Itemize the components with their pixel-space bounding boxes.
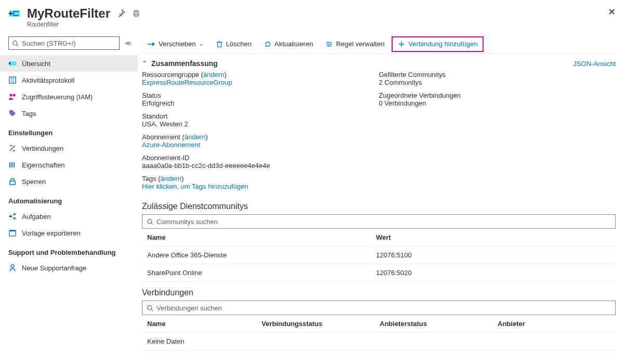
search-icon	[12, 40, 19, 47]
svg-rect-29	[217, 42, 221, 47]
status-value: Erfolgreich	[142, 99, 379, 107]
resource-icon	[8, 7, 21, 20]
svg-point-21	[14, 217, 16, 219]
svg-point-37	[330, 43, 331, 45]
connections-table: Name Verbindungsstatus Anbieterstatus An…	[142, 315, 616, 350]
change-sub-link[interactable]: ändern	[185, 133, 205, 141]
close-icon[interactable]: ✕	[608, 6, 616, 18]
sidebar-item-connections[interactable]: Verbindungen	[0, 140, 138, 157]
sidebar-section-automation: Automatisierung	[0, 190, 138, 208]
json-view-link[interactable]: JSON-Ansicht	[573, 60, 616, 68]
svg-point-20	[14, 213, 16, 215]
move-button[interactable]: Verschieben ⌄	[142, 36, 209, 52]
svg-line-42	[151, 223, 153, 224]
sidebar-item-properties[interactable]: Eigenschaften	[0, 157, 138, 173]
tasks-icon	[8, 212, 17, 220]
change-rg-link[interactable]: ändern	[203, 71, 224, 79]
delete-button[interactable]: Löschen	[211, 36, 257, 52]
refresh-icon	[264, 41, 271, 48]
filtered-communities-value: 2 Communitys	[379, 79, 616, 86]
sidebar-item-export-template[interactable]: Vorlage exportieren	[0, 225, 138, 241]
connections-heading: Verbindungen	[142, 288, 616, 297]
plus-icon	[398, 41, 405, 48]
svg-marker-28	[152, 42, 155, 46]
page-subtitle: Routenfilter	[27, 21, 110, 28]
lock-icon	[8, 177, 17, 186]
add-connection-button[interactable]: Verbindung hinzufügen	[392, 36, 484, 52]
collapse-sidebar-icon[interactable]: ≪	[125, 40, 132, 47]
svg-line-23	[11, 216, 14, 218]
associated-connections-value: 0 Verbindungen	[379, 99, 616, 107]
svg-point-5	[13, 41, 17, 45]
activity-log-icon	[8, 76, 17, 84]
print-icon[interactable]	[132, 9, 140, 18]
resource-group-link[interactable]: ExpressRouteResourceGroup	[142, 79, 379, 86]
svg-line-6	[17, 44, 18, 46]
communities-heading: Zulässige Dienstcommunitys	[142, 202, 616, 211]
support-icon	[8, 264, 17, 272]
refresh-button[interactable]: Aktualisieren	[259, 36, 318, 52]
svg-point-41	[148, 219, 152, 223]
add-tags-link[interactable]: Hier klicken, um Tags hinzuzufügen	[142, 183, 379, 190]
change-tags-link[interactable]: ändern	[160, 175, 181, 183]
chevron-down-icon: ⌄	[199, 41, 203, 47]
svg-point-13	[10, 94, 12, 97]
sidebar-item-locks[interactable]: Sperren	[0, 173, 138, 190]
chevron-up-icon: ⌃	[142, 60, 147, 67]
svg-point-43	[148, 305, 152, 309]
iam-icon	[8, 93, 17, 101]
pin-icon[interactable]	[118, 9, 126, 18]
resource-small-icon	[8, 59, 17, 68]
svg-point-14	[13, 94, 16, 97]
communities-search-input[interactable]: Communitys suchen	[142, 214, 616, 229]
sidebar-item-support-request[interactable]: Neue Supportanfrage	[0, 259, 138, 276]
sidebar-search-input[interactable]: Suchen (STRG+/)	[8, 36, 120, 50]
page-title: MyRouteFilter	[27, 6, 110, 21]
tag-icon	[8, 109, 17, 118]
svg-point-38	[328, 45, 330, 47]
properties-icon	[8, 161, 17, 169]
table-row-empty: Keine Daten	[142, 333, 616, 350]
table-row[interactable]: SharePoint Online 12076:5020	[142, 264, 616, 282]
main-content: Verschieben ⌄ Löschen Aktualisieren Rege…	[138, 34, 624, 361]
connections-icon	[8, 144, 17, 152]
svg-point-36	[327, 42, 329, 43]
summary-header[interactable]: ⌃ Zusammenfassung JSON-Ansicht	[138, 54, 616, 71]
communities-table: Name Wert Andere Office 365-Dienste 1207…	[142, 229, 616, 282]
location-value: USA, Westen 2	[142, 120, 379, 128]
svg-rect-3	[135, 10, 138, 12]
sidebar-section-settings: Einstellungen	[0, 122, 138, 140]
connections-search-input[interactable]: Verbindungen suchen	[142, 301, 616, 315]
svg-rect-25	[9, 230, 16, 231]
svg-rect-18	[10, 181, 15, 185]
svg-line-44	[151, 309, 153, 310]
sidebar-item-activity-log[interactable]: Aktivitätsprotokoll	[0, 72, 138, 88]
svg-point-26	[11, 265, 14, 268]
sidebar-item-tasks[interactable]: Aufgaben	[0, 208, 138, 225]
manage-rule-button[interactable]: Regel verwalten	[320, 36, 389, 52]
sidebar-section-support: Support und Problembehandlung	[0, 241, 138, 259]
subscription-id-value: aaaa0a0a-bb1b-cc2c-dd3d-eeeeee4e4e4e	[142, 162, 270, 170]
svg-point-19	[9, 215, 11, 217]
trash-icon	[216, 41, 223, 48]
search-icon	[147, 218, 153, 225]
sliders-icon	[326, 41, 333, 48]
sidebar-item-overview[interactable]: Übersicht	[0, 55, 138, 72]
sidebar: Suchen (STRG+/) ≪ Übersicht Aktivitätspr…	[0, 34, 138, 361]
export-template-icon	[8, 229, 17, 237]
page-header: MyRouteFilter Routenfilter ✕	[0, 0, 624, 34]
svg-rect-24	[9, 231, 16, 236]
table-row[interactable]: Andere Office 365-Dienste 12076:5100	[142, 246, 616, 264]
search-icon	[147, 305, 153, 311]
sidebar-item-tags[interactable]: Tags	[0, 105, 138, 122]
toolbar: Verschieben ⌄ Löschen Aktualisieren Rege…	[138, 34, 616, 54]
sidebar-item-iam[interactable]: Zugriffssteuerung (IAM)	[0, 88, 138, 105]
svg-line-22	[11, 214, 14, 216]
subscription-link[interactable]: Azure-Abonnement	[142, 141, 379, 149]
move-icon	[147, 40, 155, 48]
